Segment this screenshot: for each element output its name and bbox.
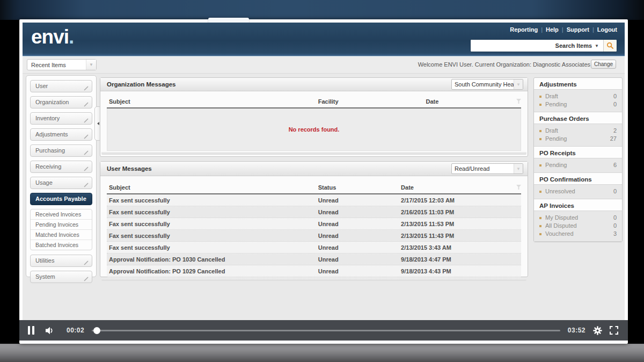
expand-icon bbox=[84, 164, 89, 175]
fullscreen-button[interactable] bbox=[610, 326, 618, 335]
nav-item-received-invoices[interactable]: Received Invoices bbox=[31, 209, 92, 220]
nav-item-organization[interactable]: Organization bbox=[30, 96, 92, 108]
chevron-down-icon: ▼ bbox=[514, 164, 523, 173]
nav-item-receiving[interactable]: Receiving bbox=[30, 161, 92, 173]
table-row[interactable]: Fax sent successfullyUnread2/17/2015 12:… bbox=[107, 194, 521, 206]
summary-section-band: Draft0 Pending0 bbox=[534, 89, 622, 112]
summary-link-adjustments-pending[interactable]: Pending0 bbox=[539, 100, 617, 108]
left-nav-panel: User Organization Inventory Adjustments … bbox=[26, 75, 97, 277]
summary-link-ap-my-disputed[interactable]: My Disputed0 bbox=[539, 214, 617, 222]
nav-item-utilities[interactable]: Utilities bbox=[30, 255, 92, 267]
expand-icon bbox=[84, 132, 89, 143]
search-button[interactable] bbox=[603, 40, 617, 52]
column-header-subject[interactable]: Subject bbox=[107, 98, 318, 105]
help-link[interactable]: Help bbox=[546, 26, 559, 33]
column-header-facility[interactable]: Facility bbox=[318, 98, 426, 105]
bullet-icon bbox=[539, 138, 541, 140]
nav-item-accounts-payable[interactable]: Accounts Payable bbox=[30, 193, 92, 205]
summary-link-ap-vouchered[interactable]: Vouchered3 bbox=[539, 230, 617, 238]
organization-messages-panel: Organization Messages South Community He… bbox=[100, 77, 528, 157]
volume-button[interactable] bbox=[45, 327, 55, 335]
table-row[interactable]: Fax sent successfullyUnread2/13/2015 3:4… bbox=[107, 242, 521, 254]
speaker-icon bbox=[45, 327, 55, 335]
panel-footer bbox=[101, 278, 526, 281]
summary-link-po-draft[interactable]: Draft2 bbox=[539, 127, 617, 135]
toolbar-row: Recent Items ▼ Welcome ENVI User. Curren… bbox=[23, 56, 625, 74]
summary-section-band: Unresolved0 bbox=[534, 184, 622, 199]
settings-button[interactable] bbox=[593, 326, 602, 335]
nav-item-adjustments[interactable]: Adjustments bbox=[30, 128, 92, 141]
table-row[interactable]: Approval Notification: PO 1029 Cancelled… bbox=[107, 265, 521, 277]
summary-section-title: Adjustments bbox=[534, 78, 622, 89]
summary-section-title: PO Receipts bbox=[534, 147, 622, 158]
table-row[interactable]: Approval Notification: PO 1030 Cancelled… bbox=[107, 254, 521, 265]
support-link[interactable]: Support bbox=[567, 26, 589, 33]
nav-item-pending-invoices[interactable]: Pending Invoices bbox=[31, 220, 92, 230]
summary-section-title: Purchase Orders bbox=[534, 112, 622, 124]
search-category-dropdown[interactable]: Search Items▼ bbox=[551, 40, 603, 52]
filter-icon[interactable] bbox=[516, 98, 521, 105]
pause-icon bbox=[32, 326, 34, 335]
player-control-bar: 00:02 03:52 bbox=[19, 320, 628, 341]
table-row[interactable]: Fax sent successfullyUnread2/13/2015 11:… bbox=[107, 218, 521, 230]
summary-link-adjustments-draft[interactable]: Draft0 bbox=[539, 92, 617, 100]
nav-item-matched-invoices[interactable]: Matched Invoices bbox=[31, 230, 92, 240]
nav-item-system[interactable]: System bbox=[30, 271, 92, 283]
pause-icon bbox=[28, 326, 30, 335]
blurred-video-top bbox=[0, 0, 644, 20]
recent-items-dropdown[interactable]: Recent Items ▼ bbox=[27, 59, 97, 70]
blurred-video-bottom bbox=[0, 344, 644, 362]
seek-handle[interactable] bbox=[93, 327, 100, 334]
pause-button[interactable] bbox=[28, 326, 34, 335]
user-messages-table-header: Subject Status Date bbox=[107, 182, 521, 194]
summary-section-band: Pending6 bbox=[534, 158, 622, 173]
summary-link-po-receipts-pending[interactable]: Pending6 bbox=[539, 161, 617, 169]
link-separator: | bbox=[562, 26, 564, 33]
change-organization-button[interactable]: Change bbox=[591, 60, 616, 69]
bullet-icon bbox=[539, 233, 541, 235]
bullet-icon bbox=[539, 104, 541, 106]
column-header-subject[interactable]: Subject bbox=[107, 184, 318, 191]
envi-app-window: envi. Reporting|Help|Support|Logout Sear… bbox=[23, 23, 625, 341]
nav-item-user[interactable]: User bbox=[30, 80, 92, 92]
item-search-control: Search Items▼ bbox=[470, 39, 617, 52]
link-separator: | bbox=[541, 26, 543, 33]
user-messages-header: User Messages Read/Unread ▼ bbox=[100, 162, 528, 176]
nav-item-purchasing[interactable]: Purchasing bbox=[30, 144, 92, 157]
seek-bar[interactable] bbox=[92, 330, 560, 331]
summary-link-po-pending[interactable]: Pending27 bbox=[539, 135, 617, 143]
panel-title: User Messages bbox=[107, 165, 152, 172]
org-messages-table-header: Subject Facility Date bbox=[107, 96, 521, 108]
read-unread-filter-dropdown[interactable]: Read/Unread ▼ bbox=[451, 163, 523, 174]
logout-link[interactable]: Logout bbox=[597, 26, 617, 33]
accounts-payable-submenu: Received Invoices Pending Invoices Match… bbox=[30, 209, 92, 250]
organization-messages-header: Organization Messages South Community He… bbox=[100, 78, 528, 91]
bullet-icon bbox=[539, 130, 541, 132]
summary-link-po-confirmations-unresolved[interactable]: Unresolved0 bbox=[539, 187, 617, 196]
column-header-date[interactable]: Date bbox=[401, 184, 516, 191]
link-separator: | bbox=[592, 26, 594, 33]
column-header-date[interactable]: Date bbox=[426, 98, 516, 105]
reporting-link[interactable]: Reporting bbox=[510, 26, 538, 33]
table-row[interactable]: Fax sent successfullyUnread2/13/2015 11:… bbox=[107, 230, 521, 242]
expand-icon bbox=[84, 274, 89, 285]
header-links: Reporting|Help|Support|Logout bbox=[510, 26, 617, 33]
summary-section-title: AP Invoices bbox=[534, 199, 622, 211]
table-row[interactable]: Fax sent successfullyUnread2/16/2015 11:… bbox=[107, 206, 521, 218]
filter-icon[interactable] bbox=[516, 184, 521, 191]
summary-link-ap-all-disputed[interactable]: All Disputed0 bbox=[539, 222, 617, 230]
fullscreen-icon bbox=[610, 326, 618, 335]
nav-item-inventory[interactable]: Inventory bbox=[30, 112, 92, 125]
bullet-icon bbox=[539, 164, 541, 166]
nav-item-batched-invoices[interactable]: Batched Invoices bbox=[31, 240, 92, 250]
video-stage: envi. Reporting|Help|Support|Logout Sear… bbox=[0, 0, 644, 362]
expand-icon bbox=[84, 258, 89, 269]
video-frame: envi. Reporting|Help|Support|Logout Sear… bbox=[19, 19, 628, 344]
app-header: envi. Reporting|Help|Support|Logout Sear… bbox=[23, 23, 625, 56]
nav-item-usage[interactable]: Usage bbox=[30, 177, 92, 189]
search-input[interactable] bbox=[471, 40, 551, 52]
facility-filter-dropdown[interactable]: South Community Health ▼ bbox=[451, 79, 523, 90]
expand-icon bbox=[84, 148, 89, 159]
chevron-down-icon: ▼ bbox=[595, 44, 599, 48]
column-header-status[interactable]: Status bbox=[318, 184, 401, 191]
